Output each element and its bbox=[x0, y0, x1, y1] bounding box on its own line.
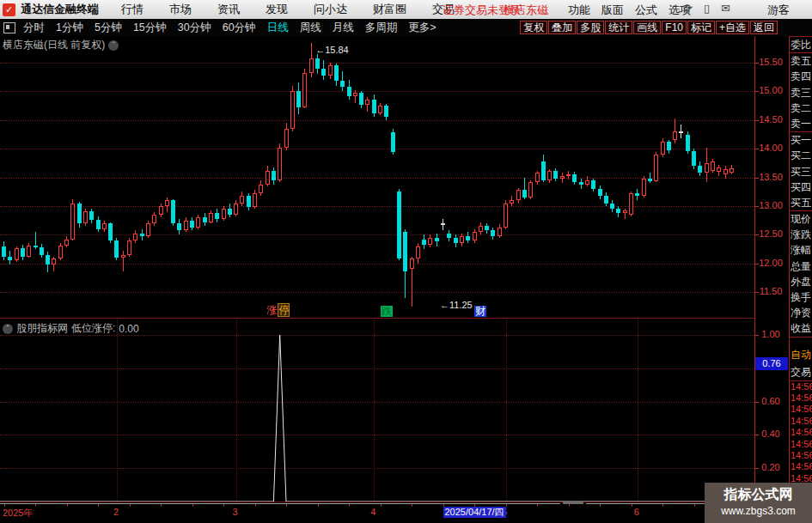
window-layout-icon[interactable] bbox=[3, 22, 15, 33]
period-tab[interactable]: 5分钟 bbox=[95, 21, 122, 35]
tool-buttons: 复权叠加多股统计画线F10标记+自选返回 bbox=[519, 21, 778, 34]
date-tick bbox=[286, 504, 287, 507]
current-stock-label[interactable]: 横店东磁 bbox=[504, 3, 548, 18]
quote-row[interactable]: 涨幅 bbox=[790, 242, 812, 258]
price-axis-label: 15.00 bbox=[756, 85, 785, 95]
candle-body bbox=[723, 169, 728, 174]
tool-button[interactable]: 统计 bbox=[605, 21, 632, 34]
mobile-icon[interactable]: ▯ bbox=[704, 2, 710, 15]
tool-button[interactable]: 标记 bbox=[687, 21, 715, 34]
month-label: 4 bbox=[370, 507, 375, 517]
candle-body bbox=[498, 228, 502, 235]
candle-body bbox=[711, 161, 715, 171]
mail-icon[interactable]: ✉ bbox=[721, 2, 730, 15]
candle-body bbox=[585, 180, 589, 185]
quote-row[interactable]: 买五 bbox=[790, 195, 812, 211]
menu-item[interactable]: 问小达 bbox=[314, 2, 347, 17]
year-label: 2025年 bbox=[3, 507, 33, 520]
quote-row[interactable]: 买二 bbox=[790, 148, 812, 163]
main-menu: 行情市场资讯发现问小达财富圈交易 bbox=[121, 2, 455, 17]
candle-body bbox=[610, 204, 614, 210]
month-label: 3 bbox=[233, 507, 238, 517]
candle-body bbox=[152, 215, 156, 223]
candle-body bbox=[259, 185, 263, 194]
quote-row[interactable]: 卖五 bbox=[790, 53, 812, 69]
quote-row[interactable]: 换手 bbox=[790, 289, 812, 305]
period-tab[interactable]: 月线 bbox=[333, 21, 354, 35]
candle-body bbox=[284, 129, 289, 148]
low-annotation: ←11.25 bbox=[440, 300, 473, 310]
candle-body bbox=[34, 246, 38, 247]
pane-divider[interactable] bbox=[0, 318, 754, 319]
quote-row[interactable]: 卖四 bbox=[790, 69, 812, 84]
price-gridline bbox=[0, 234, 754, 235]
quote-row[interactable]: 卖二 bbox=[790, 100, 812, 116]
period-tab[interactable]: 多周期 bbox=[365, 21, 398, 35]
auto-trade-button[interactable]: 自动 交易 bbox=[790, 346, 812, 381]
price-gridline bbox=[0, 149, 754, 149]
candle-body bbox=[46, 255, 50, 265]
period-tab[interactable]: 60分钟 bbox=[223, 21, 256, 35]
candle-body bbox=[290, 91, 295, 128]
period-tab[interactable]: 30分钟 bbox=[178, 21, 211, 35]
quote-row[interactable]: 外盘 bbox=[790, 274, 812, 289]
menu-item[interactable]: 资讯 bbox=[217, 2, 240, 17]
candle-body bbox=[372, 100, 376, 113]
refresh-icon[interactable]: ⟳ bbox=[683, 2, 693, 15]
quote-row[interactable]: 买一 bbox=[790, 132, 812, 148]
period-tab[interactable]: 周线 bbox=[300, 21, 321, 35]
date-tick bbox=[506, 504, 507, 507]
period-tab[interactable]: 分时 bbox=[23, 21, 45, 35]
date-tick bbox=[192, 504, 193, 507]
menu-item[interactable]: 市场 bbox=[169, 2, 192, 17]
user-label[interactable]: 游客 bbox=[767, 3, 790, 18]
candle-body bbox=[460, 236, 464, 244]
tool-button[interactable]: F10 bbox=[662, 21, 687, 34]
chevron-down-icon[interactable]: ˇ bbox=[108, 40, 119, 51]
candle-body bbox=[441, 223, 445, 225]
quote-row[interactable]: 净资 bbox=[790, 305, 812, 320]
candle-body bbox=[485, 226, 489, 230]
menu-item[interactable]: 发现 bbox=[266, 2, 288, 17]
candle-body bbox=[40, 247, 44, 255]
candle-body bbox=[667, 142, 671, 149]
quote-row[interactable]: 委比 bbox=[790, 37, 812, 53]
tool-button[interactable]: 叠加 bbox=[548, 21, 576, 34]
quote-row[interactable]: 收益 bbox=[790, 320, 812, 337]
price-axis-label: 15.50 bbox=[756, 57, 785, 67]
candle-body bbox=[422, 240, 426, 246]
splitter-handle[interactable] bbox=[563, 501, 583, 504]
period-tab[interactable]: 15分钟 bbox=[133, 21, 167, 35]
candle-body bbox=[340, 81, 345, 87]
quote-row[interactable]: 买三 bbox=[790, 164, 812, 179]
tool-button[interactable]: 多股 bbox=[577, 21, 604, 34]
menu-item[interactable]: 版面 bbox=[601, 3, 624, 18]
tool-button[interactable]: 返回 bbox=[750, 21, 778, 34]
quote-row[interactable]: 买四 bbox=[790, 179, 812, 195]
watermark: 指标公式网 www.zbgs3.com bbox=[705, 483, 812, 523]
date-tick bbox=[223, 504, 224, 507]
menu-item[interactable]: 功能 bbox=[568, 3, 590, 18]
period-tab[interactable]: 日线 bbox=[267, 21, 289, 35]
indicator-header: ˇ 股朋指标网 低位涨停: 0.00 bbox=[3, 321, 139, 336]
menu-item[interactable]: 行情 bbox=[121, 2, 143, 17]
menu-item[interactable]: 公式 bbox=[635, 3, 657, 18]
candle-body bbox=[58, 246, 63, 258]
quote-row[interactable]: 卖一 bbox=[790, 116, 812, 132]
candle-body bbox=[410, 258, 414, 269]
price-gridline bbox=[0, 91, 754, 92]
candle-body bbox=[27, 246, 31, 257]
quote-row[interactable]: 卖三 bbox=[790, 85, 812, 100]
period-tab[interactable]: 1分钟 bbox=[56, 21, 83, 35]
candle-body bbox=[8, 257, 12, 260]
candle-body bbox=[378, 106, 382, 113]
quote-row[interactable]: 涨跌 bbox=[790, 227, 812, 242]
period-tab[interactable]: 更多> bbox=[408, 21, 436, 35]
tool-button[interactable]: 复权 bbox=[520, 21, 547, 34]
quote-row[interactable]: 总量 bbox=[790, 258, 812, 274]
tool-button[interactable]: 画线 bbox=[633, 21, 661, 34]
tool-button[interactable]: +自选 bbox=[716, 21, 749, 34]
quote-row[interactable]: 现价 bbox=[790, 211, 812, 227]
menu-item[interactable]: 财富圈 bbox=[373, 2, 406, 17]
chevron-down-icon[interactable]: ˇ bbox=[3, 324, 13, 334]
